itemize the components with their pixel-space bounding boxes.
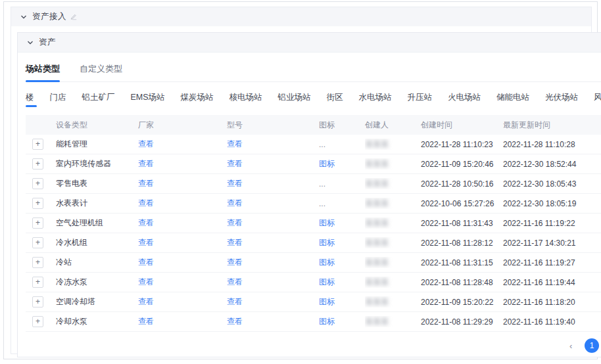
device-type-name: 冷却水泵 <box>56 316 138 327</box>
row-expand-button[interactable]: + <box>32 139 43 150</box>
vendor-view-link[interactable]: 查看 <box>138 297 154 306</box>
table-row: + 冷站 查看 查看 图标 某某某 2022-11-08 11:31:15 20… <box>26 253 601 273</box>
icon-cell: 图标 <box>319 277 365 288</box>
model-view-link[interactable]: 查看 <box>227 179 243 188</box>
asset-header[interactable]: 资产 <box>18 33 601 53</box>
vendor-view-link[interactable]: 查看 <box>138 139 154 148</box>
row-expand-button[interactable]: + <box>32 296 43 307</box>
device-type-name: 冷冻水泵 <box>56 277 138 288</box>
vendor-view-link[interactable]: 查看 <box>138 258 154 267</box>
row-expand-button[interactable]: + <box>32 217 43 229</box>
vendor-view-link[interactable]: 查看 <box>138 317 154 326</box>
subtab[interactable]: 水电场站 <box>359 92 392 107</box>
table-row: + 空气处理机组 查看 查看 图标 某某某 2022-11-08 11:31:4… <box>26 214 601 233</box>
icon-view-link[interactable]: 图标 <box>319 218 335 227</box>
icon-cell: 图标 <box>319 158 365 170</box>
created-time: 2022-11-09 15:20:46 <box>421 160 503 169</box>
vendor-view-link[interactable]: 查看 <box>138 277 154 286</box>
row-expand-button[interactable]: + <box>32 178 43 189</box>
updated-time: 2022-12-30 18:52:44 <box>503 160 601 169</box>
icon-view-link[interactable]: 图标 <box>319 159 335 168</box>
section-asset-access: 资产接入 资产 场站类型自定义类型 楼门店铝土矿厂EMS场站煤炭场站核电场站铝业… <box>11 7 592 354</box>
subtab[interactable]: 铝土矿厂 <box>82 92 115 107</box>
device-type-name: 能耗管理 <box>56 139 138 150</box>
tab-active[interactable]: 场站类型 <box>26 63 60 81</box>
creator-redacted: 某某某 <box>365 139 389 150</box>
subtab[interactable]: 楼 <box>26 92 34 107</box>
table-row: + 室内环境传感器 查看 查看 图标 某某某 2022-11-09 15:20:… <box>26 154 601 174</box>
icon-view-link[interactable]: 图标 <box>319 277 335 286</box>
table-row: + 零售电表 查看 查看 ... 某某某 2022-11-28 10:50:16… <box>26 174 601 194</box>
created-time: 2022-11-08 11:31:15 <box>421 258 503 267</box>
device-type-name: 空气处理机组 <box>56 217 138 229</box>
subtab[interactable]: 街区 <box>327 92 343 107</box>
subtab[interactable]: 风场 <box>594 92 601 107</box>
icon-view-link[interactable]: 图标 <box>319 258 335 267</box>
model-view-link[interactable]: 查看 <box>227 218 243 227</box>
row-expand-button[interactable]: + <box>32 237 43 248</box>
created-time: 2022-11-08 11:29:29 <box>421 317 503 327</box>
chevron-down-icon[interactable] <box>20 14 27 20</box>
pagination-page-1[interactable]: 1 <box>585 338 599 353</box>
pagination: ‹12› <box>26 332 601 353</box>
row-expand-button[interactable]: + <box>32 257 43 268</box>
asset-access-body: 资产 场站类型自定义类型 楼门店铝土矿厂EMS场站煤炭场站核电场站铝业场站街区水… <box>11 26 591 363</box>
subtab[interactable]: 煤炭场站 <box>181 92 214 107</box>
column-header: 型号 <box>227 120 319 131</box>
model-view-link[interactable]: 查看 <box>227 317 243 326</box>
row-expand-button[interactable]: + <box>32 158 43 170</box>
icon-ellipsis: ... <box>319 199 325 208</box>
icon-cell: 图标 <box>319 296 365 307</box>
device-type-name: 零售电表 <box>56 178 138 189</box>
model-view-link[interactable]: 查看 <box>227 139 243 148</box>
vendor-view-link[interactable]: 查看 <box>138 159 154 168</box>
created-time: 2022-11-08 11:28:48 <box>421 278 503 287</box>
table-row: + 空调冷却塔 查看 查看 图标 某某某 2022-11-09 15:20:22… <box>26 292 601 312</box>
vendor-view-link[interactable]: 查看 <box>138 198 154 208</box>
section-title-asset-access: 资产接入 <box>32 11 66 22</box>
device-type-name: 室内环境传感器 <box>56 158 138 170</box>
icon-cell: 图标 <box>319 316 365 327</box>
icon-cell: 图标 <box>319 217 365 229</box>
subtab[interactable]: 核电场站 <box>229 92 262 107</box>
station-type-subtabs: 楼门店铝土矿厂EMS场站煤炭场站核电场站铝业场站街区水电场站升压站火电场站储能电… <box>26 82 601 111</box>
vendor-view-link[interactable]: 查看 <box>138 238 154 247</box>
subtab[interactable]: EMS场站 <box>131 92 165 107</box>
subtab[interactable]: 铝业场站 <box>278 92 311 107</box>
row-expand-button[interactable]: + <box>32 198 43 209</box>
icon-view-link[interactable]: 图标 <box>319 297 335 306</box>
asset-access-header[interactable]: 资产接入 <box>11 7 591 26</box>
column-header: 最新更新时间 <box>503 120 601 131</box>
type-tabs: 场站类型自定义类型 <box>26 53 601 82</box>
row-expand-button[interactable]: + <box>32 316 43 327</box>
model-view-link[interactable]: 查看 <box>227 297 243 306</box>
chevron-down-icon[interactable] <box>27 39 34 46</box>
row-expand-button[interactable]: + <box>32 277 43 288</box>
subtab[interactable]: 光伏场站 <box>545 92 578 107</box>
device-type-name: 冷水机组 <box>56 237 138 248</box>
icon-view-link[interactable]: 图标 <box>319 317 335 326</box>
page-frame: 资产接入 资产 场站类型自定义类型 楼门店铝土矿厂EMS场站煤炭场站核电场站铝业… <box>3 1 598 359</box>
model-view-link[interactable]: 查看 <box>227 198 243 208</box>
updated-time: 2022-11-16 11:18:20 <box>503 298 601 307</box>
vendor-view-link[interactable]: 查看 <box>138 179 154 188</box>
model-view-link[interactable]: 查看 <box>227 277 243 286</box>
section-asset: 资产 场站类型自定义类型 楼门店铝土矿厂EMS场站煤炭场站核电场站铝业场站街区水… <box>17 32 601 357</box>
vendor-view-link[interactable]: 查看 <box>138 218 154 227</box>
subtab[interactable]: 储能电站 <box>496 92 529 107</box>
subtab[interactable]: 火电场站 <box>448 92 481 107</box>
model-view-link[interactable]: 查看 <box>227 238 243 247</box>
creator-redacted: 某某某 <box>365 178 389 189</box>
tab-inactive[interactable]: 自定义类型 <box>80 63 122 81</box>
subtab[interactable]: 门店 <box>50 92 66 107</box>
asset-panel-body: 场站类型自定义类型 楼门店铝土矿厂EMS场站煤炭场站核电场站铝业场站街区水电场站… <box>18 53 601 357</box>
icon-view-link[interactable]: 图标 <box>319 238 335 247</box>
creator-redacted: 某某某 <box>365 257 389 268</box>
subtab[interactable]: 升压站 <box>408 92 433 107</box>
creator-redacted: 某某某 <box>365 316 389 327</box>
model-view-link[interactable]: 查看 <box>227 159 243 168</box>
model-view-link[interactable]: 查看 <box>227 258 243 267</box>
edit-pencil-icon[interactable] <box>70 14 77 20</box>
column-header: 创建时间 <box>421 120 503 131</box>
pagination-prev-icon[interactable]: ‹ <box>564 338 578 353</box>
